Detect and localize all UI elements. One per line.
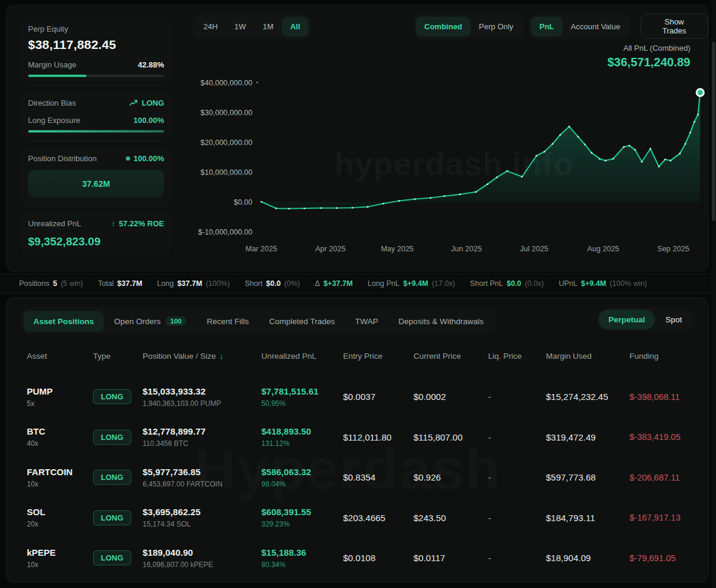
trend-up-icon <box>129 100 138 106</box>
tab-recent-fills[interactable]: Recent Fills <box>197 311 260 332</box>
svg-text:Mar 2025: Mar 2025 <box>246 245 277 253</box>
stat-upnl: UPnL$+9.4M(100% win) <box>559 279 647 288</box>
pnl-chart: hyperdash.info $40,000,000.00$30,000,000… <box>197 72 715 261</box>
long-exposure-bar-fill <box>28 130 164 133</box>
time-filter-all[interactable]: All <box>282 17 308 36</box>
scope-toggle-group: Combined Perp Only <box>413 14 524 39</box>
long-exposure-bar <box>28 130 164 133</box>
svg-text:Apr 2025: Apr 2025 <box>315 245 345 253</box>
svg-text:May 2025: May 2025 <box>381 245 413 253</box>
time-filter-group: 24H 1W 1M All <box>193 14 311 39</box>
table-row[interactable]: BTC40x LONG $12,778,899.77110.3456 BTC $… <box>27 417 690 458</box>
col-header-margin-used[interactable]: Margin Used <box>546 352 629 361</box>
metric-account-value-button[interactable]: Account Value <box>563 17 629 36</box>
position-distribution-value: 100.00% <box>126 154 164 163</box>
positions-tabs: Asset Positions Open Orders100 Recent Fi… <box>21 308 496 334</box>
margin-usage-bar-fill <box>28 75 87 77</box>
direction-bias-label: Direction Bias <box>28 98 76 107</box>
svg-text:Sep 2025: Sep 2025 <box>658 245 690 253</box>
all-pnl-value: $36,571,240.89 <box>607 56 690 69</box>
long-exposure-label: Long Exposure <box>28 116 80 125</box>
all-pnl-summary: All PnL (Combined) $36,571,240.89 <box>607 44 690 69</box>
svg-text:Aug 2025: Aug 2025 <box>587 245 619 253</box>
stat-positions: Positions5(5 win) <box>19 279 83 288</box>
tab-completed-trades[interactable]: Completed Trades <box>259 311 345 332</box>
perpetual-toggle-button[interactable]: Perpetual <box>598 310 656 330</box>
metric-pnl-button[interactable]: PnL <box>531 17 563 36</box>
long-exposure-value: 100.00% <box>134 116 164 125</box>
stat-short-pnl: Short PnL$0.0(0.0x) <box>470 279 544 288</box>
tab-twap[interactable]: TWAP <box>345 311 388 332</box>
tab-deposits-withdrawals[interactable]: Deposits & Withdrawals <box>388 311 494 332</box>
col-header-funding[interactable]: Funding <box>629 352 690 361</box>
svg-text:$0.00: $0.00 <box>234 198 252 207</box>
stat-long: Long$37.7M(100%) <box>157 279 230 288</box>
perp-equity-value: $38,117,882.45 <box>28 38 164 52</box>
market-type-toggle: Perpetual Spot <box>597 308 694 331</box>
col-header-asset[interactable]: Asset <box>27 352 93 361</box>
show-trades-button[interactable]: Show Trades <box>640 14 708 39</box>
col-header-entry-price[interactable]: Entry Price <box>343 352 413 361</box>
svg-text:Jun 2025: Jun 2025 <box>451 245 482 253</box>
position-distribution-section: Position Distribution 100.00% 37.62M <box>21 147 171 207</box>
unrealized-pnl-value: $9,352,823.09 <box>28 235 164 248</box>
scrollbar-thumb[interactable] <box>712 42 715 221</box>
positions-table: Asset Type Position Value / Size↓ Unreal… <box>27 349 690 578</box>
long-badge: LONG <box>93 389 131 404</box>
unrealized-pnl-section: Unrealized PnL ↑ 57.22% ROE $9,352,823.0… <box>21 212 171 257</box>
stat-long-pnl: Long PnL$+9.4M(17.0x) <box>368 279 455 288</box>
arrow-up-icon: ↑ <box>112 219 116 228</box>
svg-text:$-10,000,000.00: $-10,000,000.00 <box>198 228 252 236</box>
distribution-long-box[interactable]: 37.62M <box>28 170 164 198</box>
axis-tick-dot <box>257 82 258 84</box>
col-header-current-price[interactable]: Current Price <box>413 352 488 361</box>
direction-bias-section: Direction Bias LONG Long Exposure 100.00… <box>21 91 171 141</box>
long-badge: LONG <box>93 550 131 565</box>
col-header-type[interactable]: Type <box>93 352 143 361</box>
col-header-liq-price[interactable]: Liq. Price <box>488 352 546 361</box>
table-row[interactable]: kPEPE10x LONG $189,040.9016,096,807.00 k… <box>27 538 690 578</box>
roe-value: ↑ 57.22% ROE <box>112 219 164 228</box>
margin-usage-label: Margin Usage <box>28 60 76 69</box>
direction-bias-value: LONG <box>129 98 164 107</box>
time-filter-1w[interactable]: 1W <box>226 17 255 36</box>
metric-toggle-group: PnL Account Value <box>529 14 631 39</box>
margin-usage-value: 42.88% <box>138 60 164 69</box>
margin-usage-bar <box>28 75 164 77</box>
positions-card: Hyperdash Asset Positions Open Orders100… <box>6 297 709 583</box>
svg-text:$20,000,000.00: $20,000,000.00 <box>200 138 252 147</box>
all-pnl-label: All PnL (Combined) <box>607 44 690 53</box>
svg-text:$10,000,000.00: $10,000,000.00 <box>200 168 252 177</box>
long-badge: LONG <box>93 430 131 445</box>
account-summary-panel: Perp Equity $38,117,882.45 Margin Usage … <box>21 17 171 262</box>
table-row[interactable]: PUMP5x LONG $15,033,933.321,940,363,103.… <box>27 377 690 417</box>
table-row[interactable]: FARTCOIN10x LONG $5,977,736.856,453,697.… <box>27 457 690 498</box>
scope-combined-button[interactable]: Combined <box>416 17 471 36</box>
stat-total: Total$37.7M <box>98 279 142 288</box>
unrealized-pnl-label: Unrealized PnL <box>28 219 81 228</box>
svg-text:$30,000,000.00: $30,000,000.00 <box>200 109 252 117</box>
time-filter-1m[interactable]: 1M <box>254 17 282 36</box>
perp-equity-section: Perp Equity $38,117,882.45 Margin Usage … <box>21 17 171 86</box>
positions-stats-bar: Positions5(5 win) Total$37.7M Long$37.7M… <box>0 273 716 294</box>
long-badge: LONG <box>93 510 131 525</box>
tab-asset-positions[interactable]: Asset Positions <box>23 311 104 332</box>
long-badge: LONG <box>93 470 131 485</box>
open-orders-count-badge: 100 <box>165 316 186 326</box>
dashboard-page: Perp Equity $38,117,882.45 Margin Usage … <box>0 0 716 588</box>
latest-point-marker <box>696 89 703 96</box>
time-filter-24h[interactable]: 24H <box>195 17 226 36</box>
pnl-chart-plot-area[interactable]: hyperdash.info $40,000,000.00$30,000,000… <box>197 72 715 261</box>
table-row[interactable]: SOL20x LONG $3,695,862.2515,174.34 SOL $… <box>27 498 690 538</box>
sort-desc-icon: ↓ <box>220 352 224 361</box>
page-scrollbar[interactable] <box>711 0 716 588</box>
col-header-unrealized-pnl[interactable]: Unrealized PnL <box>261 352 343 361</box>
position-distribution-label: Position Distribution <box>28 154 97 163</box>
perp-equity-label: Perp Equity <box>28 24 164 33</box>
overview-card: Perp Equity $38,117,882.45 Margin Usage … <box>6 5 709 272</box>
tab-open-orders[interactable]: Open Orders100 <box>104 310 196 332</box>
scope-perp-only-button[interactable]: Perp Only <box>471 17 522 36</box>
svg-text:Jul 2025: Jul 2025 <box>520 245 548 253</box>
spot-toggle-button[interactable]: Spot <box>655 310 692 330</box>
col-header-position-value[interactable]: Position Value / Size↓ <box>143 352 261 361</box>
